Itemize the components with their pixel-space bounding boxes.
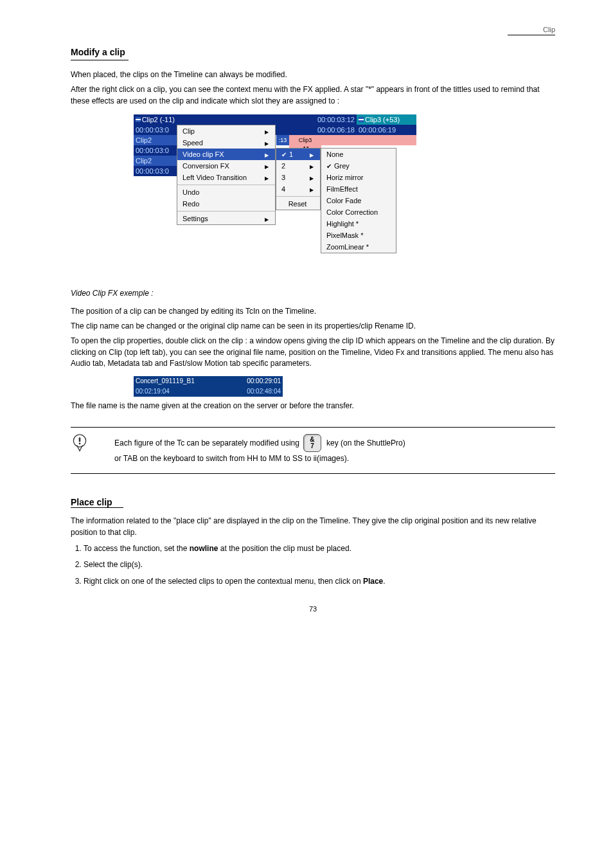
clip-chip: :13 [276,135,289,145]
note-block: Each figure of the Tc can be separately … [71,427,555,474]
para: To open the clip properties, double clic… [71,336,555,369]
submenu-fx: None Grey Horiz mirror FilmEffect Color … [321,148,396,253]
menu-item[interactable]: Speed [177,137,275,149]
menu-item[interactable]: 3 [276,172,320,183]
clip-tcout: 00:02:48:04 [247,388,281,395]
clip-chip: Clip3 [289,135,321,145]
menu-item[interactable]: Highlight * [321,218,396,230]
menu-item[interactable]: Horiz mirror [321,172,396,183]
clip-duration: 00:00:29:01 [247,377,281,384]
para: The information related to the "place cl… [71,516,555,538]
steps-list: To access the function, set the nowline … [71,543,555,587]
menu-item[interactable]: 2 [276,160,320,172]
list-item: Select the clip(s). [84,559,555,570]
para: When placed, the clips on the Timeline c… [71,69,555,80]
section-title-place: Place clip [71,497,555,507]
para: The position of a clip can be changed by… [71,306,555,317]
menu-item[interactable]: Left Video Transition [177,172,275,183]
figure-context-menu: Clip2 (-11) 00:00:03:12 Clip3 (+53) 00:0… [134,114,416,284]
context-menu: Clip Speed Video clip FX Conversion FX L… [177,125,276,225]
clip-tc: 00:00:06:19 [357,125,416,135]
menu-item[interactable]: 4 [276,183,320,195]
header-rule [508,35,555,35]
menu-item[interactable]: Clip [177,125,275,137]
section-underline [71,60,129,60]
menu-item-selected[interactable]: Video clip FX [177,149,275,160]
header-breadcrumb: Clip [71,26,555,33]
para: The file name is the name given at the c… [71,401,555,411]
clip-tc: 00:00:03:0 [134,166,177,176]
clip-tc: 00:00:03:0 [134,145,177,156]
menu-item[interactable]: Conversion FX [177,160,275,172]
submenu-slots: 1 2 3 4 Reset [276,148,321,210]
clip-label: Clip3 (+53) [357,114,416,125]
section-title-modify: Modify a clip [71,47,555,57]
para: After the right click on a clip, you can… [71,84,555,107]
clip-label: Clip2 (-11) [134,114,177,125]
list-item: To access the function, set the nowline … [84,543,555,554]
menu-item[interactable]: Redo [177,198,275,210]
menu-item[interactable]: Settings [177,213,275,224]
section-underline [71,507,123,508]
clip-label: Clip2 [134,135,177,145]
svg-rect-1 [79,437,81,442]
exclamation-icon [71,434,89,452]
menu-item-selected[interactable]: 1 [276,149,320,160]
list-item: Right click on one of the selected clips… [84,576,555,587]
para: The clip name can be changed or the orig… [71,321,555,332]
clip-spacer [321,135,416,145]
menu-item[interactable]: FilmEffect [321,183,396,195]
clip-label: Clip2 [134,156,177,166]
menu-item[interactable]: Color Correction [321,206,396,218]
clip-tc: 00:00:03:12 [177,114,357,125]
menu-item[interactable]: Grey [321,160,396,172]
menu-item[interactable]: ZoomLinear * [321,241,396,253]
clip-name: Concert_091119_B1 [136,377,195,384]
key-icon: &7 [303,434,323,453]
page-number: 73 [71,605,555,613]
clip-tcin: 00:02:19:04 [136,388,170,395]
menu-item[interactable]: PixelMask * [321,230,396,241]
clip-tc: 00:00:03:0 [134,125,177,135]
menu-item[interactable]: Color Fade [321,195,396,206]
menu-item[interactable]: Reset [276,198,320,210]
menu-item[interactable]: Undo [177,186,275,198]
menu-item[interactable]: None [321,149,396,160]
note-text: Each figure of the Tc can be separately … [114,434,555,464]
svg-point-2 [79,442,81,444]
figure-clip-properties: Concert_091119_B1 00:00:29:01 00:02:19:0… [134,376,283,397]
figure-caption: Video Clip FX exemple : [71,288,555,299]
